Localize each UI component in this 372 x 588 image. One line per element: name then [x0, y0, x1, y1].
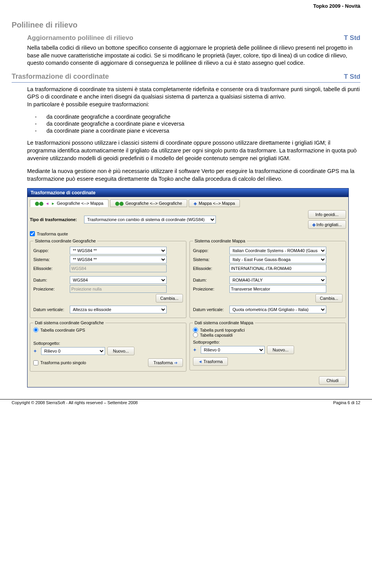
header-right: Topko 2009 - Novità: [12, 0, 360, 21]
page-number: Pagina 6 di 12: [333, 400, 360, 405]
tab-geo-geo[interactable]: ⬤⬤ Geografiche <--> Geografiche: [110, 199, 187, 207]
diamond-icon: ◆: [194, 201, 197, 206]
divider: [12, 82, 360, 83]
sottoprogetto-mappa-select[interactable]: Rilievo 0: [201, 346, 265, 354]
footer-divider: [0, 399, 372, 399]
diamond-icon: ◆: [312, 222, 317, 227]
dialog-titlebar[interactable]: Trasformazione di coordinate: [28, 189, 348, 197]
radio-tabella-caposaldi[interactable]: Tabella caposaldi: [193, 332, 343, 337]
world-icon: ⬤⬤: [35, 201, 43, 206]
tag-sec2: T Std: [344, 73, 361, 81]
gruppo-mappa-select[interactable]: Italian Coordinate Systems - ROMA40 (Gau…: [229, 247, 326, 254]
world-icon: ⬤⬤: [115, 201, 124, 206]
arrow-right-icon: ➔: [174, 360, 177, 365]
trasforma-right-button[interactable]: Trasforma ➔: [148, 358, 183, 367]
fieldset-geo: Sistema coordinate Geografiche Gruppo: *…: [30, 239, 186, 318]
fieldset-dati-geo: Dati sistema coordinate Geografiche Tabe…: [30, 320, 186, 372]
cambia-mappa-button[interactable]: Cambia...: [315, 294, 343, 303]
tipo-select[interactable]: Trasformazione con cambio di sistema di …: [84, 216, 216, 223]
copyright: Copyright © 2008 SierraSoft - All rights…: [12, 400, 138, 405]
ellissoide-geo-input: [70, 265, 167, 272]
dialog-trasformazione: Trasformazione di coordinate ⬤⬤ ◄ ► Geog…: [27, 188, 349, 387]
bullet-list: -da coordinate geografiche a coordinate …: [12, 114, 360, 134]
legend-dati-geo: Dati sistema coordinate Geografiche: [33, 320, 105, 325]
arrow-right-icon: ►: [51, 201, 55, 206]
sottoprogetto-geo-select[interactable]: Rilievo 0: [41, 347, 105, 355]
radio-tabella-topo[interactable]: Tabella punti topografici: [193, 327, 343, 332]
body-sec2-p2: Le trasformazioni possono utilizzare i c…: [12, 139, 360, 162]
datumv-mappa-select[interactable]: Quota ortometrica (IGM Grigliato - Itali…: [229, 306, 326, 313]
body-sec2-p1: La trasformazione di coordinate tra sist…: [12, 86, 360, 109]
heading-1: Polilinee di rilievo: [12, 21, 360, 29]
tipo-label: Tipo di trasformazione:: [30, 217, 84, 222]
trasforma-singolo-checkbox[interactable]: Trasforma punto singolo: [33, 360, 86, 365]
info-geoidi-button[interactable]: Info geoidi...: [308, 210, 346, 219]
proiezione-mappa-input: [229, 285, 326, 293]
proiezione-geo-input: [70, 285, 167, 293]
nuovo-mappa-button[interactable]: Nuovo...: [267, 346, 294, 354]
trasforma-quote-checkbox[interactable]: Trasforma quote: [30, 231, 346, 236]
legend-geo: Sistema coordinate Geografiche: [33, 239, 97, 243]
trasforma-left-button[interactable]: ◄ Trasforma: [193, 357, 228, 366]
nuovo-geo-button[interactable]: Nuovo...: [107, 347, 134, 355]
radio-tabella-gps[interactable]: Tabella coordinate GPS: [33, 327, 183, 332]
sistema-mappa-select[interactable]: Italy - East Fuse Gauss-Boaga: [229, 256, 326, 263]
heading-2-sec2: Trasformazione di coordinate: [12, 73, 109, 81]
tab-mappa-mappa[interactable]: ◆ Mappa <--> Mappa: [189, 199, 240, 207]
cambia-geo-button[interactable]: Cambia...: [156, 294, 183, 303]
arrow-left-icon: ◄: [45, 201, 49, 206]
arrow-left-icon: ◄: [198, 359, 202, 364]
datumv-geo-select[interactable]: Altezza su ellissoide: [70, 306, 167, 313]
fieldset-dati-mappa: Dati sistema coordinate Mappa Tabella pu…: [189, 320, 346, 370]
fieldset-mappa: Sistema coordinate Mappa Gruppo: Italian…: [189, 239, 346, 318]
tag-sec1: T Std: [344, 34, 361, 42]
ellissoide-mappa-input: [229, 265, 326, 272]
datum-mappa-select[interactable]: ROMA40-ITALY: [229, 276, 326, 284]
body-sec1: Nella tabella codici di rilievo un botto…: [12, 44, 360, 67]
target-icon: ✦: [33, 349, 39, 354]
legend-dati-mappa: Dati sistema coordinate Mappa: [193, 320, 255, 325]
sistema-geo-select[interactable]: ** WGS84 **: [70, 256, 167, 263]
heading-2-sec1: Aggiornamento polilinee di rilievo: [27, 34, 133, 42]
body-sec2-p3: Mediante la nuova gestione non è più nec…: [12, 168, 360, 183]
datum-geo-select[interactable]: WGS84: [70, 276, 167, 284]
tab-geo-mappa[interactable]: ⬤⬤ ◄ ► Geografiche <--> Mappa: [30, 199, 108, 207]
legend-mappa: Sistema coordinate Mappa: [193, 239, 247, 243]
chiudi-button[interactable]: Chiudi: [319, 376, 346, 385]
gruppo-geo-select[interactable]: ** WGS84 **: [70, 247, 167, 254]
target-icon: ✦: [193, 348, 198, 353]
info-grigliati-button[interactable]: ◆ Info grigliati...: [308, 220, 346, 229]
